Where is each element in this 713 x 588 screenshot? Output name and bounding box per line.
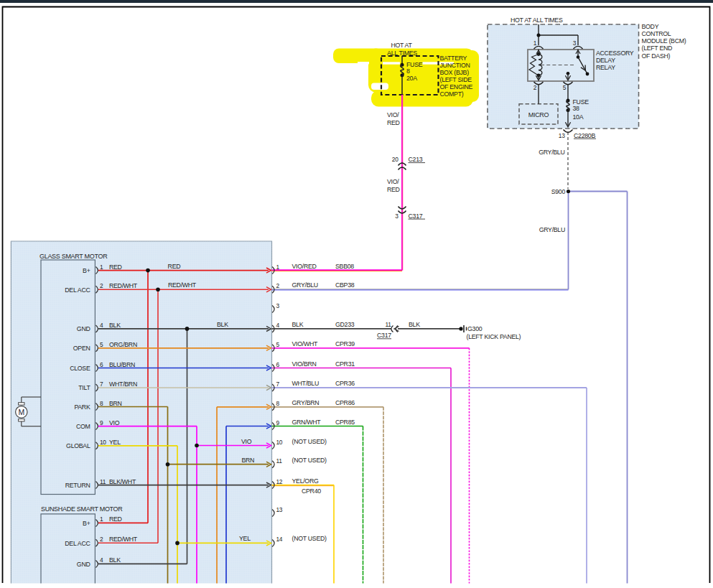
svg-text:(NOT USED): (NOT USED)	[292, 457, 327, 464]
svg-text:10A: 10A	[573, 113, 584, 121]
svg-text:C317: C317	[409, 213, 423, 220]
svg-text:MODULE (BCM): MODULE (BCM)	[642, 37, 686, 45]
svg-text:DEL ACC: DEL ACC	[65, 286, 90, 294]
svg-text:11: 11	[276, 457, 283, 465]
svg-text:YEL: YEL	[239, 535, 251, 542]
svg-text:VIO/RED: VIO/RED	[292, 263, 317, 270]
svg-text:1: 1	[100, 263, 103, 271]
svg-text:BLK: BLK	[217, 321, 228, 328]
svg-text:SBB08: SBB08	[335, 263, 354, 270]
svg-text:GND: GND	[77, 325, 90, 332]
svg-text:RED: RED	[109, 515, 122, 523]
svg-text:11: 11	[385, 321, 391, 328]
svg-text:SUNSHADE SMART MOTOR: SUNSHADE SMART MOTOR	[41, 505, 123, 513]
svg-text:VIO: VIO	[241, 438, 252, 445]
svg-text:RED: RED	[387, 186, 400, 193]
svg-text:COM: COM	[76, 423, 90, 430]
svg-text:YEL: YEL	[109, 439, 121, 446]
svg-text:WHT/BLU: WHT/BLU	[292, 380, 320, 387]
svg-text:14: 14	[276, 536, 283, 543]
svg-text:2: 2	[276, 282, 280, 289]
svg-text:(LEFT KICK PANEL): (LEFT KICK PANEL)	[467, 333, 521, 340]
svg-text:BLK: BLK	[292, 321, 304, 328]
svg-text:S900: S900	[551, 188, 566, 195]
svg-text:5: 5	[100, 341, 103, 348]
svg-text:10: 10	[100, 439, 106, 446]
svg-text:11: 11	[100, 478, 106, 485]
svg-text:BOX (BJB): BOX (BJB)	[440, 69, 470, 76]
svg-text:HOT AT ALL TIMES: HOT AT ALL TIMES	[511, 17, 563, 24]
svg-text:M: M	[19, 408, 24, 416]
svg-text:DELAY: DELAY	[596, 57, 615, 64]
svg-text:GRN/WHT: GRN/WHT	[292, 419, 322, 426]
svg-text:9: 9	[276, 419, 280, 426]
svg-text:B+: B+	[83, 520, 90, 527]
svg-text:RELAY: RELAY	[596, 64, 615, 71]
svg-text:20: 20	[392, 156, 399, 163]
svg-text:COMPT): COMPT)	[440, 90, 464, 98]
svg-text:JUNCTION: JUNCTION	[440, 62, 470, 69]
svg-text:BLK: BLK	[409, 321, 420, 328]
svg-text:GND: GND	[77, 561, 90, 568]
svg-text:CONTROL: CONTROL	[642, 30, 671, 37]
svg-text:MICRO: MICRO	[528, 111, 549, 118]
svg-text:CBP38: CBP38	[335, 281, 355, 289]
svg-text:13: 13	[276, 506, 283, 513]
svg-text:ORG/BRN: ORG/BRN	[109, 341, 137, 348]
svg-text:4: 4	[100, 322, 103, 329]
svg-text:DEL ACC: DEL ACC	[65, 540, 90, 547]
svg-text:4: 4	[100, 556, 103, 564]
svg-text:3: 3	[395, 213, 399, 220]
svg-text:7: 7	[100, 381, 103, 388]
svg-text:VIO/: VIO/	[387, 178, 399, 185]
svg-text:BRN: BRN	[242, 457, 255, 464]
svg-text:RED: RED	[168, 263, 181, 270]
svg-text:RED: RED	[109, 263, 122, 271]
svg-text:7: 7	[276, 381, 280, 388]
svg-text:3: 3	[276, 302, 280, 309]
svg-text:6: 6	[276, 361, 280, 368]
svg-text:YEL/ORG: YEL/ORG	[292, 477, 319, 485]
svg-text:2: 2	[100, 282, 103, 289]
svg-text:RED/WHT: RED/WHT	[109, 282, 138, 289]
svg-text:38: 38	[573, 105, 580, 112]
svg-text:CPR40: CPR40	[302, 487, 321, 495]
svg-text:CLOSE: CLOSE	[70, 365, 90, 372]
svg-text:VIO/BRN: VIO/BRN	[292, 360, 317, 368]
svg-text:ACCESSORY: ACCESSORY	[596, 50, 634, 57]
svg-text:G300: G300	[467, 325, 483, 332]
svg-text:1: 1	[276, 263, 280, 271]
svg-text:BLK: BLK	[109, 322, 121, 329]
svg-text:8: 8	[406, 67, 410, 75]
svg-text:(LEFT END: (LEFT END	[642, 45, 673, 52]
svg-text:(NOT USED): (NOT USED)	[292, 535, 327, 542]
svg-text:RETURN: RETURN	[65, 482, 90, 489]
svg-text:1: 1	[100, 515, 103, 523]
svg-text:OF DASH): OF DASH)	[642, 52, 671, 60]
svg-text:20A: 20A	[406, 75, 417, 82]
svg-text:GLASS SMART MOTOR: GLASS SMART MOTOR	[39, 253, 108, 260]
svg-text:GRY/BLU: GRY/BLU	[539, 149, 564, 156]
svg-text:GD233: GD233	[335, 321, 355, 328]
svg-text:2: 2	[533, 84, 537, 91]
svg-text:OF ENGINE: OF ENGINE	[440, 83, 473, 90]
svg-text:RED/WHT: RED/WHT	[109, 536, 138, 543]
svg-text:TILT: TILT	[78, 384, 90, 391]
svg-text:VIO/WHT: VIO/WHT	[292, 340, 318, 347]
svg-text:BLK: BLK	[109, 556, 121, 564]
svg-text:GRY/BLU: GRY/BLU	[292, 281, 318, 289]
svg-text:2: 2	[100, 536, 103, 543]
svg-text:CPR39: CPR39	[335, 340, 355, 347]
svg-text:(LEFT SIDE: (LEFT SIDE	[440, 76, 472, 83]
svg-text:GRY/BRN: GRY/BRN	[292, 399, 320, 406]
svg-text:PARK: PARK	[74, 403, 90, 411]
svg-text:BLK/WHT: BLK/WHT	[109, 478, 136, 485]
svg-text:(NOT USED): (NOT USED)	[292, 438, 327, 445]
svg-text:8: 8	[276, 400, 280, 407]
svg-text:OPEN: OPEN	[73, 345, 90, 352]
svg-text:BATTERY: BATTERY	[440, 55, 467, 62]
svg-text:8: 8	[100, 400, 103, 407]
svg-text:ALL TIMES: ALL TIMES	[387, 50, 417, 57]
svg-text:5: 5	[276, 341, 280, 348]
svg-text:CPR36: CPR36	[335, 380, 355, 387]
